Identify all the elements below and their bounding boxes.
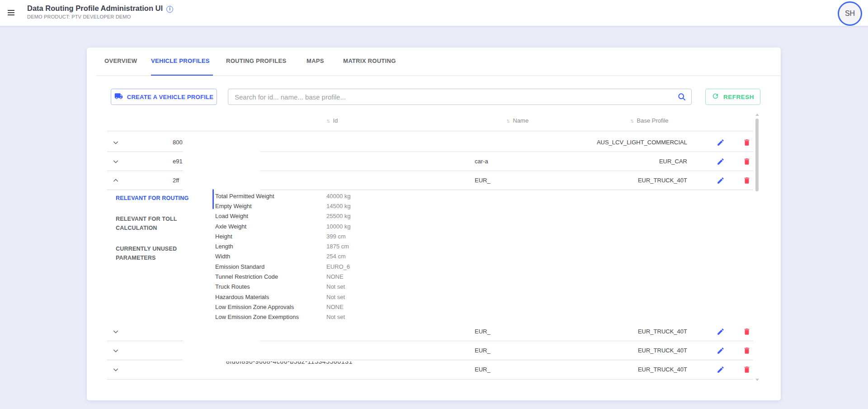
chevron-up-icon[interactable] <box>112 177 119 184</box>
table-row: e91 car-a EUR_CAR <box>87 152 761 171</box>
sort-icon: ↑↓ <box>630 113 633 128</box>
truck-icon <box>114 92 123 102</box>
info-icon[interactable]: i <box>166 6 173 13</box>
detail-field: Length1875 cm <box>215 241 532 251</box>
base-profile-cell: EUR_TRUCK_40T <box>547 360 687 379</box>
detail-field: Width254 cm <box>215 252 532 262</box>
column-header-id[interactable]: ↑↓Id <box>326 113 338 128</box>
delete-icon[interactable] <box>743 328 751 336</box>
detail-field: Height399 cm <box>215 231 532 241</box>
base-profile-cell: EUR_TRUCK_40T <box>547 341 687 360</box>
base-profile-cell: EUR_CAR <box>547 152 687 171</box>
sort-icon: ↑↓ <box>506 113 509 128</box>
delete-icon[interactable] <box>743 176 751 185</box>
edit-icon[interactable] <box>717 347 725 355</box>
edit-icon[interactable] <box>717 157 725 166</box>
chevron-down-icon[interactable] <box>112 139 119 146</box>
delete-icon[interactable] <box>743 366 751 374</box>
edit-icon[interactable] <box>717 176 725 185</box>
detail-field: Low Emission Zone ApprovalsNONE <box>215 302 532 312</box>
column-header-base-profile[interactable]: ↑↓Base Profile <box>630 113 669 128</box>
tab-overview[interactable]: OVERVIEW <box>104 48 137 75</box>
scrollbar-thumb[interactable] <box>755 119 759 191</box>
detail-field: Axle Weight10000 kg <box>215 221 532 231</box>
search-icon[interactable] <box>677 92 686 103</box>
detail-field: Empty Weight14500 kg <box>215 201 532 211</box>
search-input[interactable] <box>228 89 692 105</box>
detail-field: Emission StandardEURO_6 <box>215 262 532 271</box>
id-cell[interactable] <box>173 322 183 341</box>
table-row: 8fd6f890-9668-4c66-b5d2-115345560131 EUR… <box>87 360 761 379</box>
table-row-expanded: 2ff EUR_ EUR_TRUCK_40T <box>87 171 761 190</box>
id-cell[interactable] <box>173 341 183 360</box>
sort-icon: ↑↓ <box>326 113 329 128</box>
page-title: Data Routing Profile Administration UIi <box>27 4 173 13</box>
id-cell[interactable]: 800 <box>173 133 183 152</box>
tab-routing-profiles[interactable]: ROUTING PROFILES <box>226 48 286 75</box>
chevron-down-icon[interactable] <box>112 347 119 354</box>
tab-matrix-routing[interactable]: MATRIX ROUTING <box>343 48 396 75</box>
detail-field: Hazardous MaterialsNot set <box>215 292 532 302</box>
tabs-divider <box>96 76 781 76</box>
detail-section-nav: RELEVANT FOR ROUTING RELEVANT FOR TOLL C… <box>116 194 196 274</box>
detail-field: Tunnel Restriction CodeNONE <box>215 271 532 281</box>
edit-icon[interactable] <box>717 366 725 374</box>
table-row: EUR_ EUR_TRUCK_40T <box>87 341 761 360</box>
table-row: EUR_ EUR_TRUCK_40T <box>87 322 761 341</box>
name-cell[interactable]: EUR_ <box>475 341 493 360</box>
detail-scroll-indicator <box>212 189 214 209</box>
tab-bar: OVERVIEW VEHICLE PROFILES ROUTING PROFIL… <box>87 48 781 76</box>
id-cell[interactable]: e91 <box>173 152 183 171</box>
main-card: OVERVIEW VEHICLE PROFILES ROUTING PROFIL… <box>87 48 781 400</box>
hamburger-menu-icon[interactable] <box>8 9 18 17</box>
delete-icon[interactable] <box>743 138 751 147</box>
detail-field: Load Weight25500 kg <box>215 211 532 221</box>
chevron-down-icon[interactable] <box>112 366 119 373</box>
id-cell[interactable]: 2ff <box>173 171 183 190</box>
tab-maps[interactable]: MAPS <box>307 48 324 75</box>
id-cell[interactable]: 8fd6f890-9668-4c66-b5d2-115345560131 <box>226 361 355 367</box>
detail-fields: Total Permitted Weight40000 kg Empty Wei… <box>215 191 532 322</box>
avatar[interactable]: SH <box>838 1 862 26</box>
search-box <box>228 89 692 105</box>
top-app-bar: Data Routing Profile Administration UIi … <box>0 0 868 26</box>
edit-icon[interactable] <box>717 328 725 336</box>
create-vehicle-profile-button[interactable]: CREATE A VEHICLE PROFILE <box>111 89 217 105</box>
column-header-name[interactable]: ↑↓Name <box>506 113 528 128</box>
profile-detail-panel: RELEVANT FOR ROUTING RELEVANT FOR TOLL C… <box>87 190 761 322</box>
name-cell[interactable]: car-a <box>475 152 493 171</box>
detail-field: Low Emission Zone ExemptionsNot set <box>215 312 532 322</box>
page-subtitle: DEMO PRODUCT: PTV DEVELOPER DEMO <box>27 14 131 19</box>
table-bottom-divider <box>107 379 753 380</box>
base-profile-cell: EUR_TRUCK_40T <box>547 322 687 341</box>
name-cell[interactable] <box>475 133 493 152</box>
chevron-down-icon[interactable] <box>112 158 119 165</box>
name-cell[interactable]: EUR_ <box>475 360 493 379</box>
name-cell[interactable]: EUR_ <box>475 171 493 190</box>
scrollbar-down-arrow[interactable] <box>755 379 759 381</box>
refresh-button[interactable]: REFRESH <box>705 89 760 105</box>
tab-vehicle-profiles[interactable]: VEHICLE PROFILES <box>151 48 210 75</box>
edit-icon[interactable] <box>717 138 725 147</box>
name-cell[interactable]: EUR_ <box>475 322 493 341</box>
section-relevant-for-toll-calculation[interactable]: RELEVANT FOR TOLL CALCULATION <box>116 214 196 233</box>
base-profile-cell: EUR_TRUCK_40T <box>547 171 687 190</box>
scrollbar-up-arrow[interactable] <box>755 114 759 116</box>
table-row: 800 AUS_LCV_LIGHT_COMMERCIAL <box>87 133 761 152</box>
detail-field: Total Permitted Weight40000 kg <box>215 191 532 201</box>
section-relevant-for-routing[interactable]: RELEVANT FOR ROUTING <box>116 194 196 203</box>
base-profile-cell: AUS_LCV_LIGHT_COMMERCIAL <box>547 133 687 152</box>
delete-icon[interactable] <box>743 347 751 355</box>
detail-field: Truck RoutesNot set <box>215 282 532 292</box>
section-currently-unused-parameters[interactable]: CURRENTLY UNUSED PARAMETERS <box>116 244 196 262</box>
table-top-divider <box>107 131 753 131</box>
delete-icon[interactable] <box>743 157 751 166</box>
chevron-down-icon[interactable] <box>112 328 119 335</box>
refresh-icon <box>712 92 719 101</box>
